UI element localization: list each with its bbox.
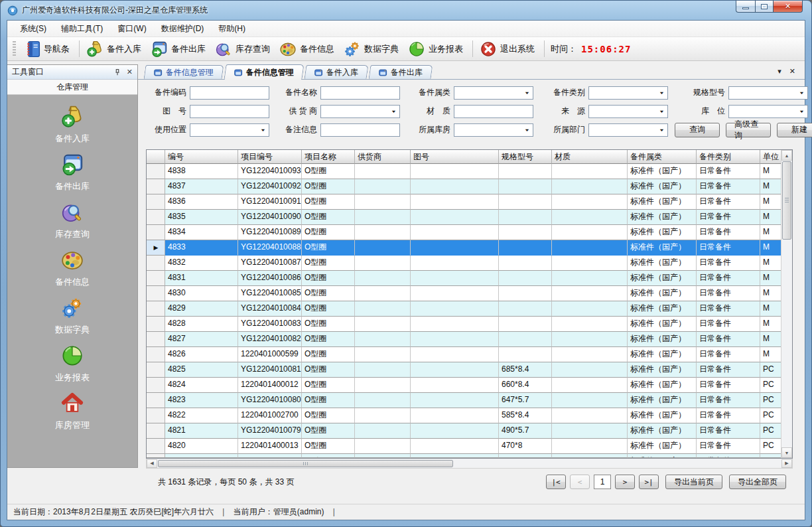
export-current-page-button[interactable]: 导出当前页 [665, 475, 722, 489]
row-selector[interactable] [147, 408, 165, 423]
tab-parts-inbound[interactable]: 备件入库 [304, 65, 369, 79]
table-row[interactable]: 4821YG12204010079O型圈490*5.7标准件（国产）日常备件PC [147, 423, 781, 439]
current-page-input[interactable]: 1 [594, 475, 611, 489]
table-row[interactable]: 48221220401002700O型圈585*8.4标准件（国产）日常备件PC [147, 408, 781, 423]
row-selector[interactable] [147, 286, 165, 301]
table-row[interactable]: 4835YG12204010090O型圈标准件（国产）日常备件M [147, 210, 781, 225]
combo-department[interactable] [588, 123, 668, 137]
panel-close-icon[interactable]: ✕ [127, 68, 133, 76]
row-selector[interactable] [147, 439, 165, 454]
table-row[interactable]: O型圈标准件（国产）日常备件 [147, 454, 781, 458]
next-page-button[interactable]: > [615, 475, 635, 489]
sidebar-item-business-report[interactable]: 业务报表 [7, 343, 137, 384]
combo-source[interactable] [588, 105, 668, 118]
toolbar-grip-handle[interactable] [13, 41, 16, 57]
column-header[interactable]: 图号 [411, 150, 499, 164]
input-part-name[interactable] [320, 86, 400, 100]
combo-use-position[interactable] [190, 123, 269, 137]
advanced-query-button[interactable]: 高级查询 [726, 123, 771, 137]
combo-storage-location[interactable] [728, 105, 808, 118]
export-all-pages-button[interactable]: 导出全部页 [729, 475, 786, 489]
row-selector[interactable] [147, 210, 165, 225]
input-drawing-no[interactable] [190, 105, 269, 118]
menu-aux-tools[interactable]: 辅助工具(T) [54, 21, 110, 37]
first-page-button[interactable]: |< [546, 475, 566, 489]
table-row[interactable]: 4825YG12204010081O型圈685*8.4标准件（国产）日常备件PC [147, 362, 781, 378]
menu-window[interactable]: 窗口(W) [110, 21, 153, 37]
combo-warehouse[interactable] [454, 123, 533, 137]
toolbar-button-inventory-query[interactable]: 库存查询 [212, 38, 276, 60]
row-selector[interactable] [147, 378, 165, 393]
tab-close-icon[interactable]: ✕ [789, 67, 795, 76]
scroll-left-icon[interactable]: ◀ [147, 459, 157, 468]
table-row[interactable]: 4823YG12204010080O型圈647*5.7标准件（国产）日常备件PC [147, 393, 781, 408]
column-header[interactable]: 备件属类 [628, 150, 697, 164]
column-header[interactable]: 项目编号 [238, 150, 302, 164]
sidebar-item-warehouse-management[interactable]: 库房管理 [7, 391, 137, 431]
row-selector[interactable] [147, 423, 165, 439]
row-selector[interactable] [147, 225, 165, 240]
combo-part-category[interactable] [454, 86, 533, 100]
sidebar-group-title[interactable]: 仓库管理 [7, 80, 137, 95]
toolbar-button-data-dictionary[interactable]: 数据字典 [340, 38, 405, 60]
row-selector[interactable] [147, 271, 165, 286]
combo-supplier[interactable] [320, 105, 400, 118]
column-header[interactable]: 材质 [552, 150, 628, 164]
sidebar-item-parts-outbound[interactable]: 备件出库 [7, 152, 137, 192]
row-selector[interactable] [147, 454, 165, 458]
sidebar-item-data-dictionary[interactable]: 数据字典 [7, 295, 137, 336]
table-row[interactable]: 4837YG12204010092O型圈标准件（国产）日常备件M [147, 179, 781, 194]
menu-help[interactable]: 帮助(H) [211, 21, 253, 37]
prev-page-button[interactable]: < [570, 475, 590, 489]
table-row[interactable]: 4832YG12204010087O型圈标准件（国产）日常备件M [147, 256, 781, 271]
column-header[interactable]: 项目名称 [302, 150, 355, 164]
row-selector[interactable] [147, 332, 165, 347]
row-selector[interactable]: ▶ [147, 240, 165, 256]
row-selector[interactable] [147, 194, 165, 210]
toolbar-button-parts-outbound[interactable]: 备件出库 [147, 38, 212, 60]
menu-data-maintenance[interactable]: 数据维护(D) [154, 21, 212, 37]
table-row[interactable]: 48261220401000599O型圈标准件（国产）日常备件M [147, 347, 781, 362]
close-button[interactable]: ✕ [773, 1, 803, 13]
column-header[interactable]: 单位 [760, 150, 781, 164]
row-selector[interactable] [147, 362, 165, 378]
scroll-right-icon[interactable]: ▶ [781, 459, 792, 468]
sidebar-item-inventory-query[interactable]: 库存查询 [7, 200, 137, 240]
row-selector[interactable] [147, 347, 165, 362]
combo-part-type[interactable] [588, 86, 668, 100]
row-selector[interactable] [147, 179, 165, 194]
table-row[interactable]: 4838YG12204010093O型圈标准件（国产）日常备件M [147, 164, 781, 179]
row-selector[interactable] [147, 164, 165, 179]
pin-icon[interactable] [113, 68, 121, 76]
column-header[interactable]: 编号 [165, 150, 238, 164]
last-page-button[interactable]: >| [639, 475, 659, 489]
table-row[interactable]: 4829YG12204010084O型圈标准件（国产）日常备件M [147, 301, 781, 317]
table-row[interactable]: 48201220401400013O型圈470*8标准件（国产）日常备件PC [147, 439, 781, 454]
query-button[interactable]: 查询 [675, 123, 720, 137]
table-row[interactable]: 4836YG12204010091O型圈标准件（国产）日常备件M [147, 194, 781, 210]
input-part-code[interactable] [190, 86, 269, 100]
table-row[interactable]: 48241220401400012O型圈660*8.4标准件（国产）日常备件PC [147, 378, 781, 393]
scroll-up-icon[interactable]: ▲ [781, 150, 792, 161]
vertical-scroll-thumb[interactable] [782, 161, 791, 240]
row-selector[interactable] [147, 301, 165, 317]
sidebar-item-parts-inbound[interactable]: 备件入库 [7, 104, 137, 145]
vertical-scrollbar[interactable]: ▲ ▼ [781, 150, 792, 458]
title-bar[interactable]: 广州爱奇迪软件科技有限公司-深田之星仓库管理系统 ✕ [1, 1, 811, 20]
table-row[interactable]: 4827YG12204010082O型圈标准件（国产）日常备件M [147, 332, 781, 347]
toolbar-button-parts-inbound[interactable]: 备件入库 [83, 38, 147, 60]
column-header[interactable]: 备件类别 [697, 150, 760, 164]
table-row[interactable]: 4831YG12204010086O型圈标准件（国产）日常备件M [147, 271, 781, 286]
combo-spec-model[interactable] [728, 86, 808, 100]
input-material[interactable] [454, 105, 533, 118]
column-header[interactable]: 供货商 [355, 150, 411, 164]
horizontal-scrollbar[interactable]: ◀ ▶ [146, 459, 793, 469]
table-row[interactable]: ▶4833YG12204010088O型圈标准件（国产）日常备件M [147, 240, 781, 256]
row-selector[interactable] [147, 317, 165, 332]
menu-system[interactable]: 系统(S) [13, 21, 54, 37]
column-header[interactable]: 规格型号 [499, 150, 552, 164]
maximize-button[interactable] [755, 1, 773, 13]
new-button[interactable]: 新建 [777, 123, 812, 137]
table-row[interactable]: 4828YG12204010083O型圈标准件（国产）日常备件M [147, 317, 781, 332]
tab-list-dropdown-icon[interactable]: ▾ [778, 67, 781, 76]
